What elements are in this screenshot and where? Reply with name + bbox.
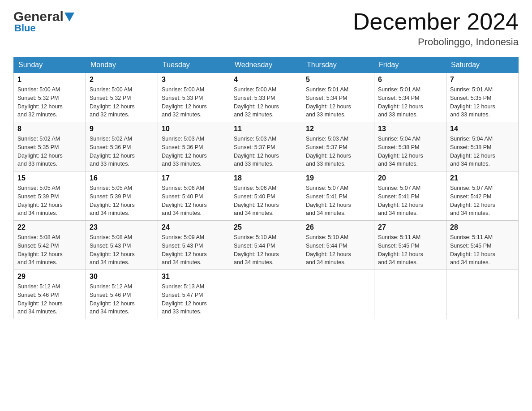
day-number: 9 xyxy=(90,125,154,133)
calendar-table: SundayMondayTuesdayWednesdayThursdayFrid… xyxy=(13,57,519,319)
day-info: Sunrise: 5:01 AMSunset: 5:34 PMDaylight:… xyxy=(378,86,423,118)
day-info: Sunrise: 5:00 AMSunset: 5:32 PMDaylight:… xyxy=(90,86,135,118)
day-number: 19 xyxy=(306,174,370,182)
day-number: 5 xyxy=(306,76,370,84)
day-info: Sunrise: 5:08 AMSunset: 5:43 PMDaylight:… xyxy=(90,234,135,265)
day-number: 24 xyxy=(162,223,226,231)
header-cell-thursday: Thursday xyxy=(302,57,374,73)
day-number: 16 xyxy=(90,174,154,182)
day-number: 17 xyxy=(162,174,226,182)
logo-general-text: General xyxy=(13,9,64,24)
header-cell-wednesday: Wednesday xyxy=(230,57,302,73)
day-info: Sunrise: 5:07 AMSunset: 5:41 PMDaylight:… xyxy=(306,185,351,216)
day-cell-29: 29 Sunrise: 5:12 AMSunset: 5:46 PMDaylig… xyxy=(14,270,86,319)
day-number: 2 xyxy=(90,76,154,84)
day-number: 26 xyxy=(306,223,370,231)
day-number: 30 xyxy=(90,273,154,281)
day-cell-27: 27 Sunrise: 5:11 AMSunset: 5:45 PMDaylig… xyxy=(374,221,446,270)
day-cell-28: 28 Sunrise: 5:11 AMSunset: 5:45 PMDaylig… xyxy=(446,221,519,270)
day-cell-12: 12 Sunrise: 5:03 AMSunset: 5:37 PMDaylig… xyxy=(302,122,374,171)
day-info: Sunrise: 5:10 AMSunset: 5:44 PMDaylight:… xyxy=(234,234,279,265)
week-row-2: 8 Sunrise: 5:02 AMSunset: 5:35 PMDayligh… xyxy=(14,122,519,171)
day-number: 3 xyxy=(162,76,226,84)
day-cell-3: 3 Sunrise: 5:00 AMSunset: 5:33 PMDayligh… xyxy=(158,73,230,122)
day-cell-20: 20 Sunrise: 5:07 AMSunset: 5:41 PMDaylig… xyxy=(374,171,446,221)
day-number: 15 xyxy=(17,174,82,182)
empty-cell xyxy=(302,270,374,319)
day-number: 12 xyxy=(306,125,370,133)
day-cell-22: 22 Sunrise: 5:08 AMSunset: 5:42 PMDaylig… xyxy=(14,221,86,270)
location-text: Probolinggo, Indonesia xyxy=(353,36,519,48)
day-cell-6: 6 Sunrise: 5:01 AMSunset: 5:34 PMDayligh… xyxy=(374,73,446,122)
header-cell-saturday: Saturday xyxy=(446,57,519,73)
day-number: 20 xyxy=(378,174,442,182)
day-number: 11 xyxy=(234,125,298,133)
day-info: Sunrise: 5:08 AMSunset: 5:42 PMDaylight:… xyxy=(17,234,63,265)
day-number: 13 xyxy=(378,125,442,133)
day-cell-31: 31 Sunrise: 5:13 AMSunset: 5:47 PMDaylig… xyxy=(158,270,230,319)
day-cell-11: 11 Sunrise: 5:03 AMSunset: 5:37 PMDaylig… xyxy=(230,122,302,171)
header-cell-friday: Friday xyxy=(374,57,446,73)
day-info: Sunrise: 5:04 AMSunset: 5:38 PMDaylight:… xyxy=(378,136,423,167)
logo-triangle-icon xyxy=(64,13,74,21)
day-cell-24: 24 Sunrise: 5:09 AMSunset: 5:43 PMDaylig… xyxy=(158,221,230,270)
day-number: 14 xyxy=(450,125,515,133)
day-info: Sunrise: 5:00 AMSunset: 5:33 PMDaylight:… xyxy=(162,86,207,118)
day-info: Sunrise: 5:05 AMSunset: 5:39 PMDaylight:… xyxy=(17,185,63,216)
day-info: Sunrise: 5:12 AMSunset: 5:46 PMDaylight:… xyxy=(17,283,63,315)
day-cell-19: 19 Sunrise: 5:07 AMSunset: 5:41 PMDaylig… xyxy=(302,171,374,221)
day-cell-4: 4 Sunrise: 5:00 AMSunset: 5:33 PMDayligh… xyxy=(230,73,302,122)
day-info: Sunrise: 5:05 AMSunset: 5:39 PMDaylight:… xyxy=(90,185,135,216)
empty-cell xyxy=(446,270,519,319)
day-info: Sunrise: 5:07 AMSunset: 5:42 PMDaylight:… xyxy=(450,185,495,216)
logo: General Blue xyxy=(13,9,74,34)
day-info: Sunrise: 5:06 AMSunset: 5:40 PMDaylight:… xyxy=(234,185,279,216)
day-number: 28 xyxy=(450,223,515,231)
header-cell-tuesday: Tuesday xyxy=(158,57,230,73)
day-cell-13: 13 Sunrise: 5:04 AMSunset: 5:38 PMDaylig… xyxy=(374,122,446,171)
day-info: Sunrise: 5:11 AMSunset: 5:45 PMDaylight:… xyxy=(450,234,495,265)
week-row-4: 22 Sunrise: 5:08 AMSunset: 5:42 PMDaylig… xyxy=(14,221,519,270)
week-row-3: 15 Sunrise: 5:05 AMSunset: 5:39 PMDaylig… xyxy=(14,171,519,221)
day-cell-30: 30 Sunrise: 5:12 AMSunset: 5:46 PMDaylig… xyxy=(86,270,158,319)
empty-cell xyxy=(230,270,302,319)
day-number: 6 xyxy=(378,76,442,84)
day-info: Sunrise: 5:12 AMSunset: 5:46 PMDaylight:… xyxy=(90,283,135,315)
day-number: 21 xyxy=(450,174,515,182)
day-cell-14: 14 Sunrise: 5:04 AMSunset: 5:38 PMDaylig… xyxy=(446,122,519,171)
day-cell-21: 21 Sunrise: 5:07 AMSunset: 5:42 PMDaylig… xyxy=(446,171,519,221)
header-row: SundayMondayTuesdayWednesdayThursdayFrid… xyxy=(14,57,519,73)
day-cell-9: 9 Sunrise: 5:02 AMSunset: 5:36 PMDayligh… xyxy=(86,122,158,171)
calendar-header: SundayMondayTuesdayWednesdayThursdayFrid… xyxy=(14,57,519,73)
day-number: 23 xyxy=(90,223,154,231)
day-info: Sunrise: 5:10 AMSunset: 5:44 PMDaylight:… xyxy=(306,234,351,265)
day-cell-26: 26 Sunrise: 5:10 AMSunset: 5:44 PMDaylig… xyxy=(302,221,374,270)
calendar-body: 1 Sunrise: 5:00 AMSunset: 5:32 PMDayligh… xyxy=(14,73,519,319)
day-info: Sunrise: 5:11 AMSunset: 5:45 PMDaylight:… xyxy=(378,234,423,265)
day-info: Sunrise: 5:01 AMSunset: 5:34 PMDaylight:… xyxy=(306,86,351,118)
header-cell-monday: Monday xyxy=(86,57,158,73)
day-cell-23: 23 Sunrise: 5:08 AMSunset: 5:43 PMDaylig… xyxy=(86,221,158,270)
day-cell-8: 8 Sunrise: 5:02 AMSunset: 5:35 PMDayligh… xyxy=(14,122,86,171)
header-cell-sunday: Sunday xyxy=(14,57,86,73)
svg-marker-0 xyxy=(64,13,74,21)
day-cell-25: 25 Sunrise: 5:10 AMSunset: 5:44 PMDaylig… xyxy=(230,221,302,270)
day-info: Sunrise: 5:06 AMSunset: 5:40 PMDaylight:… xyxy=(162,185,207,216)
day-info: Sunrise: 5:03 AMSunset: 5:36 PMDaylight:… xyxy=(162,136,207,167)
day-info: Sunrise: 5:02 AMSunset: 5:35 PMDaylight:… xyxy=(17,136,63,167)
empty-cell xyxy=(374,270,446,319)
day-info: Sunrise: 5:02 AMSunset: 5:36 PMDaylight:… xyxy=(90,136,135,167)
day-cell-10: 10 Sunrise: 5:03 AMSunset: 5:36 PMDaylig… xyxy=(158,122,230,171)
day-number: 10 xyxy=(162,125,226,133)
day-cell-16: 16 Sunrise: 5:05 AMSunset: 5:39 PMDaylig… xyxy=(86,171,158,221)
day-number: 4 xyxy=(234,76,298,84)
day-info: Sunrise: 5:00 AMSunset: 5:33 PMDaylight:… xyxy=(234,86,279,118)
day-info: Sunrise: 5:13 AMSunset: 5:47 PMDaylight:… xyxy=(162,283,207,315)
day-number: 1 xyxy=(17,76,82,84)
day-number: 7 xyxy=(450,76,515,84)
day-cell-1: 1 Sunrise: 5:00 AMSunset: 5:32 PMDayligh… xyxy=(14,73,86,122)
day-number: 25 xyxy=(234,223,298,231)
logo-blue-text: Blue xyxy=(14,22,36,34)
month-year-title: December 2024 xyxy=(353,9,519,34)
day-number: 31 xyxy=(162,273,226,281)
